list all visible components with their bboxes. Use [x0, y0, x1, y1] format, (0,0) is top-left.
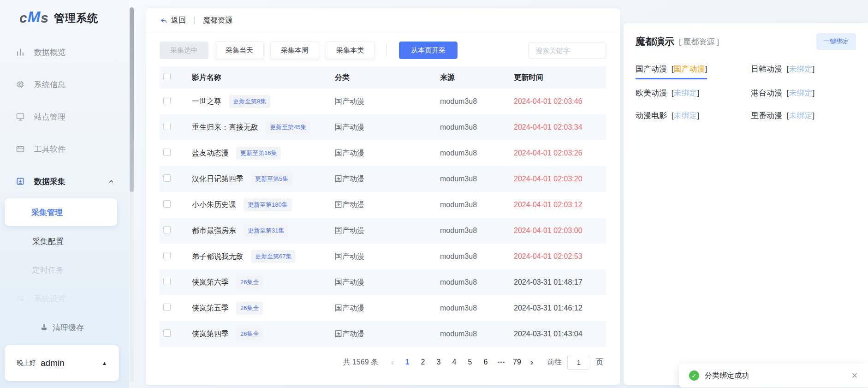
pagination: 共 1569 条 ‹ 123456 ••• 79 › 前往 页 — [146, 347, 620, 370]
sidebar-item-system-settings[interactable]: 系统设置 — [0, 284, 129, 313]
page-button-2[interactable]: 2 — [415, 358, 431, 366]
category-name: 日韩动漫 — [751, 65, 785, 73]
collect-this-category-button[interactable]: 采集本类 — [326, 42, 375, 59]
broom-icon — [40, 323, 49, 332]
episode-badge: 26集全 — [236, 276, 263, 289]
row-checkbox[interactable] — [163, 278, 171, 285]
movie-name: 都市最强房东 — [192, 226, 236, 236]
sidebar: c M s 管理系统 数据概览 系统信息 站点 — [0, 0, 129, 388]
subitem-label: 定时任务 — [32, 265, 64, 275]
source-cell: modum3u8 — [440, 175, 514, 183]
category-binding-item[interactable]: 动漫电影 [未绑定] — [636, 110, 699, 125]
table-row[interactable]: 盐友动态漫 更新至第16集 国产动漫 modum3u8 2024-04-01 0… — [160, 140, 606, 166]
category-binding-item[interactable]: 国产动漫 [国产动漫] — [636, 64, 707, 79]
success-check-icon: ✓ — [689, 370, 699, 381]
table-row[interactable]: 小小朱历史课 更新至第180集 国产动漫 modum3u8 2024-04-01… — [160, 192, 606, 218]
user-card[interactable]: 晚上好 admin ▲ — [5, 345, 119, 381]
sidebar-item-label: 数据采集 — [34, 176, 65, 187]
sidebar-subitem-collection-management[interactable]: 采集管理 — [5, 198, 117, 226]
row-checkbox[interactable] — [163, 200, 171, 208]
sidebar-item-clear-cache[interactable]: 清理缓存 — [0, 313, 129, 342]
category-binding-item[interactable]: 欧美动漫 [未绑定] — [636, 88, 699, 102]
update-time-cell: 2024-04-01 02:02:53 — [514, 252, 606, 261]
episode-badge: 26集全 — [236, 328, 263, 340]
collect-this-week-button[interactable]: 采集本周 — [270, 42, 319, 59]
sidebar-item-tools[interactable]: 工具软件 — [0, 133, 129, 165]
caret-up-icon[interactable]: ▲ — [102, 360, 107, 366]
row-checkbox[interactable] — [163, 329, 171, 337]
logo-letter-c: c — [19, 10, 27, 26]
category-binding-grid: 国产动漫 [国产动漫] 日韩动漫 [未绑定] 欧美动漫 [未绑定] 港台动漫 [… — [636, 64, 856, 125]
row-checkbox[interactable] — [163, 252, 171, 259]
table-row[interactable]: 侠岚第四季 26集全 国产动漫 modum3u8 2024-03-31 01:4… — [160, 321, 606, 347]
search-input[interactable] — [529, 42, 606, 59]
sidebar-subitem-collection-config[interactable]: 采集配置 — [0, 227, 129, 256]
page-number-list: 123456 — [399, 358, 493, 366]
scrollbar-track[interactable] — [130, 7, 134, 382]
page-button-5[interactable]: 5 — [462, 358, 478, 366]
page-button-3[interactable]: 3 — [431, 358, 446, 366]
collect-from-page-button[interactable]: 从本页开采 — [399, 42, 458, 59]
source-cell: modum3u8 — [440, 123, 514, 131]
category-name: 国产动漫 — [636, 65, 669, 73]
category-name: 动漫电影 — [636, 111, 669, 120]
movie-name: 侠岚第五季 — [192, 304, 229, 313]
row-checkbox[interactable] — [163, 226, 171, 233]
toast-close-icon[interactable]: ✕ — [851, 371, 858, 381]
sidebar-item-site-management[interactable]: 站点管理 — [0, 101, 129, 133]
app-logo: c M s 管理系统 — [0, 0, 129, 36]
binding-panel: 魔都演示 [ 魔都资源 ] 一键绑定 国产动漫 [国产动漫] 日韩动漫 [未绑定… — [624, 23, 868, 385]
binding-status: [未绑定] — [787, 111, 814, 120]
row-checkbox[interactable] — [163, 174, 171, 182]
bar-chart-icon — [16, 48, 25, 57]
page-button-4[interactable]: 4 — [446, 358, 462, 366]
select-all-checkbox[interactable] — [163, 73, 171, 80]
category-binding-item[interactable]: 日韩动漫 [未绑定] — [751, 64, 814, 79]
collect-today-button[interactable]: 采集当天 — [215, 42, 264, 59]
toolbar: 采集选中 采集当天 采集本周 采集本类 从本页开采 — [146, 33, 620, 59]
more-pages-button[interactable]: ••• — [493, 359, 509, 366]
prev-page-button[interactable]: ‹ — [386, 357, 399, 367]
table-row[interactable]: 弟子都说我无敌 更新至第67集 国产动漫 modum3u8 2024-04-01… — [160, 244, 606, 269]
scrollbar-thumb[interactable] — [130, 7, 134, 192]
sidebar-item-data-collection[interactable]: 数据采集 — [0, 165, 129, 197]
panel-subtitle: [ 魔都资源 ] — [679, 36, 719, 47]
table-row[interactable]: 侠岚第五季 26集全 国产动漫 modum3u8 2024-03-31 01:4… — [160, 295, 606, 321]
row-checkbox[interactable] — [163, 97, 171, 104]
column-header-category: 分类 — [335, 73, 440, 83]
sidebar-subitem-scheduled-tasks[interactable]: 定时任务 — [0, 256, 129, 284]
page-button-1[interactable]: 1 — [399, 358, 415, 366]
table-row[interactable]: 一世之尊 更新至第8集 国产动漫 modum3u8 2024-04-01 02:… — [160, 89, 606, 114]
episode-badge: 更新至第16集 — [236, 147, 281, 160]
page-button-6[interactable]: 6 — [478, 358, 493, 366]
category-binding-item[interactable]: 里番动漫 [未绑定] — [751, 110, 814, 125]
row-checkbox[interactable] — [163, 304, 171, 311]
last-page-button[interactable]: 79 — [509, 358, 525, 366]
source-cell: modum3u8 — [440, 278, 514, 287]
next-page-button[interactable]: › — [525, 357, 539, 367]
update-time-cell: 2024-04-01 02:03:26 — [514, 149, 606, 157]
sidebar-item-label: 数据概览 — [34, 47, 65, 58]
row-checkbox[interactable] — [163, 149, 171, 156]
goto-unit-label: 页 — [596, 358, 603, 367]
goto-page-input[interactable] — [567, 355, 590, 370]
back-button[interactable]: 返回 — [160, 16, 186, 25]
table-row[interactable]: 重生归来：直接无敌 更新至第45集 国产动漫 modum3u8 2024-04-… — [160, 114, 606, 140]
column-header-name: 影片名称 — [192, 73, 335, 83]
movie-name: 汉化日记第四季 — [192, 174, 244, 184]
update-time-cell: 2024-04-01 02:03:20 — [514, 175, 606, 183]
sidebar-item-system-info[interactable]: 系统信息 — [0, 68, 129, 101]
movie-name: 侠岚第四季 — [192, 329, 229, 339]
binding-status: [未绑定] — [787, 65, 814, 73]
category-binding-item[interactable]: 港台动漫 [未绑定] — [751, 88, 814, 102]
collect-selected-button[interactable]: 采集选中 — [160, 42, 208, 59]
sidebar-item-data-overview[interactable]: 数据概览 — [0, 36, 129, 68]
monitor-icon — [16, 112, 25, 121]
table-row[interactable]: 侠岚第六季 26集全 国产动漫 modum3u8 2024-03-31 01:4… — [160, 269, 606, 295]
back-arrow-icon — [160, 17, 168, 25]
row-checkbox[interactable] — [163, 123, 171, 130]
table-row[interactable]: 都市最强房东 更新至第31集 国产动漫 modum3u8 2024-04-01 … — [160, 218, 606, 244]
bind-all-button[interactable]: 一键绑定 — [816, 33, 856, 50]
chevron-up-icon[interactable] — [108, 178, 114, 185]
table-row[interactable]: 汉化日记第四季 更新至第5集 国产动漫 modum3u8 2024-04-01 … — [160, 166, 606, 192]
